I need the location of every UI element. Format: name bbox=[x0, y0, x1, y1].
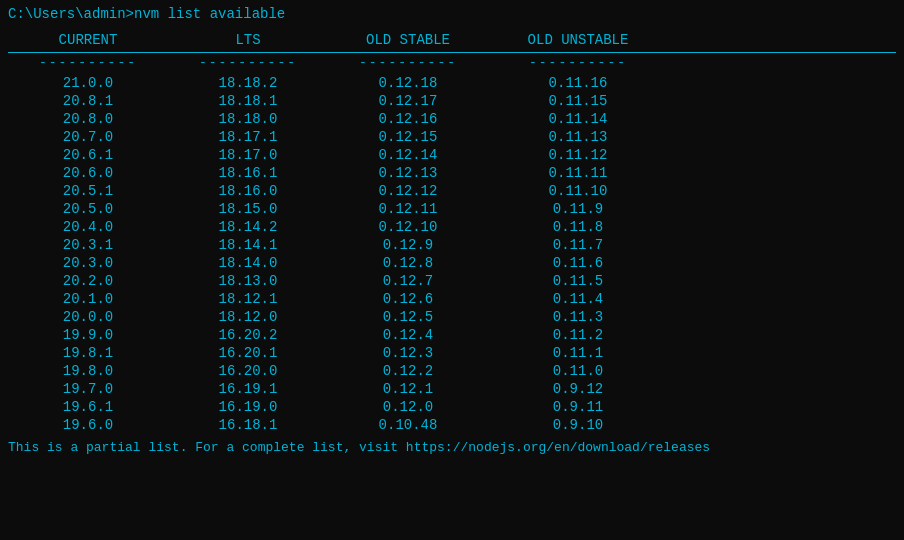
table-header-row: CURRENT LTS OLD STABLE OLD UNSTABLE bbox=[8, 30, 896, 53]
table-row: 19.6.016.18.10.10.480.9.10 bbox=[8, 416, 896, 434]
table-cell: 0.11.10 bbox=[488, 182, 668, 200]
table-cell: 0.12.9 bbox=[328, 236, 488, 254]
table-row: 20.8.018.18.00.12.160.11.14 bbox=[8, 110, 896, 128]
table-row: 19.8.016.20.00.12.20.11.0 bbox=[8, 362, 896, 380]
table-row: 20.4.018.14.20.12.100.11.8 bbox=[8, 218, 896, 236]
table-cell: 0.11.7 bbox=[488, 236, 668, 254]
table-row: 20.8.118.18.10.12.170.11.15 bbox=[8, 92, 896, 110]
table-cell: 16.19.0 bbox=[168, 398, 328, 416]
table-cell: 18.14.1 bbox=[168, 236, 328, 254]
table-cell: 16.19.1 bbox=[168, 380, 328, 398]
table-row: 19.9.016.20.20.12.40.11.2 bbox=[8, 326, 896, 344]
table-cell: 19.7.0 bbox=[8, 380, 168, 398]
table-cell: 0.11.5 bbox=[488, 272, 668, 290]
table-cell: 18.12.1 bbox=[168, 290, 328, 308]
table-cell: 16.20.1 bbox=[168, 344, 328, 362]
table-cell: 0.12.0 bbox=[328, 398, 488, 416]
table-cell: 20.2.0 bbox=[8, 272, 168, 290]
table-cell: 0.9.11 bbox=[488, 398, 668, 416]
table-row: 20.6.018.16.10.12.130.11.11 bbox=[8, 164, 896, 182]
table-cell: 18.18.0 bbox=[168, 110, 328, 128]
table-cell: 0.11.9 bbox=[488, 200, 668, 218]
table-cell: 0.12.14 bbox=[328, 146, 488, 164]
divider-row: ---------- ---------- ---------- -------… bbox=[8, 55, 896, 70]
table-cell: 0.12.8 bbox=[328, 254, 488, 272]
table-cell: 0.11.0 bbox=[488, 362, 668, 380]
table-cell: 0.11.8 bbox=[488, 218, 668, 236]
table-cell: 0.12.3 bbox=[328, 344, 488, 362]
table-row: 20.6.118.17.00.12.140.11.12 bbox=[8, 146, 896, 164]
table-row: 19.6.116.19.00.12.00.9.11 bbox=[8, 398, 896, 416]
table-row: 20.3.118.14.10.12.90.11.7 bbox=[8, 236, 896, 254]
table-cell: 0.11.11 bbox=[488, 164, 668, 182]
table-cell: 0.12.10 bbox=[328, 218, 488, 236]
table-cell: 0.12.17 bbox=[328, 92, 488, 110]
table-cell: 20.7.0 bbox=[8, 128, 168, 146]
table-cell: 18.13.0 bbox=[168, 272, 328, 290]
table-cell: 0.12.11 bbox=[328, 200, 488, 218]
table-cell: 20.3.1 bbox=[8, 236, 168, 254]
table-cell: 20.0.0 bbox=[8, 308, 168, 326]
table-cell: 0.9.12 bbox=[488, 380, 668, 398]
table-cell: 18.12.0 bbox=[168, 308, 328, 326]
table-cell: 18.18.1 bbox=[168, 92, 328, 110]
table-cell: 20.3.0 bbox=[8, 254, 168, 272]
table-cell: 20.8.1 bbox=[8, 92, 168, 110]
table-row: 20.1.018.12.10.12.60.11.4 bbox=[8, 290, 896, 308]
table-cell: 0.12.6 bbox=[328, 290, 488, 308]
table-cell: 0.11.14 bbox=[488, 110, 668, 128]
table-cell: 0.12.4 bbox=[328, 326, 488, 344]
table-cell: 0.12.16 bbox=[328, 110, 488, 128]
header-old-stable: OLD STABLE bbox=[328, 30, 488, 50]
divider-current: ---------- bbox=[8, 55, 168, 70]
table-cell: 19.8.0 bbox=[8, 362, 168, 380]
table-cell: 0.11.4 bbox=[488, 290, 668, 308]
table-cell: 21.0.0 bbox=[8, 74, 168, 92]
table-cell: 0.11.1 bbox=[488, 344, 668, 362]
table-cell: 18.16.0 bbox=[168, 182, 328, 200]
table-row: 20.2.018.13.00.12.70.11.5 bbox=[8, 272, 896, 290]
table-cell: 18.15.0 bbox=[168, 200, 328, 218]
divider-old-unstable: ---------- bbox=[488, 55, 668, 70]
table-cell: 0.12.12 bbox=[328, 182, 488, 200]
table-cell: 19.9.0 bbox=[8, 326, 168, 344]
table-row: 20.5.118.16.00.12.120.11.10 bbox=[8, 182, 896, 200]
table-cell: 20.5.0 bbox=[8, 200, 168, 218]
table-cell: 0.12.7 bbox=[328, 272, 488, 290]
table-row: 19.8.116.20.10.12.30.11.1 bbox=[8, 344, 896, 362]
header-current: CURRENT bbox=[8, 30, 168, 50]
command-line: C:\Users\admin>nvm list available bbox=[8, 6, 896, 22]
divider-lts: ---------- bbox=[168, 55, 328, 70]
table-cell: 0.9.10 bbox=[488, 416, 668, 434]
table-cell: 0.12.18 bbox=[328, 74, 488, 92]
table-cell: 0.12.2 bbox=[328, 362, 488, 380]
divider-old-stable: ---------- bbox=[328, 55, 488, 70]
table-cell: 18.17.0 bbox=[168, 146, 328, 164]
table-cell: 0.11.3 bbox=[488, 308, 668, 326]
table-cell: 18.14.0 bbox=[168, 254, 328, 272]
table-cell: 0.11.12 bbox=[488, 146, 668, 164]
table-cell: 20.5.1 bbox=[8, 182, 168, 200]
table-cell: 20.1.0 bbox=[8, 290, 168, 308]
table-cell: 0.11.6 bbox=[488, 254, 668, 272]
table-cell: 0.11.2 bbox=[488, 326, 668, 344]
table-cell: 0.11.13 bbox=[488, 128, 668, 146]
table-cell: 20.6.0 bbox=[8, 164, 168, 182]
table-cell: 19.6.1 bbox=[8, 398, 168, 416]
table-row: 20.7.018.17.10.12.150.11.13 bbox=[8, 128, 896, 146]
table-cell: 20.8.0 bbox=[8, 110, 168, 128]
table-cell: 18.17.1 bbox=[168, 128, 328, 146]
table-cell: 0.10.48 bbox=[328, 416, 488, 434]
table-cell: 18.14.2 bbox=[168, 218, 328, 236]
header-lts: LTS bbox=[168, 30, 328, 50]
header-old-unstable: OLD UNSTABLE bbox=[488, 30, 668, 50]
table-cell: 0.11.16 bbox=[488, 74, 668, 92]
table-cell: 0.12.1 bbox=[328, 380, 488, 398]
table-cell: 0.12.5 bbox=[328, 308, 488, 326]
footer-text: This is a partial list. For a complete l… bbox=[8, 440, 896, 455]
table-cell: 16.20.0 bbox=[168, 362, 328, 380]
table-row: 20.0.018.12.00.12.50.11.3 bbox=[8, 308, 896, 326]
table-cell: 18.18.2 bbox=[168, 74, 328, 92]
table-cell: 0.11.15 bbox=[488, 92, 668, 110]
table-cell: 18.16.1 bbox=[168, 164, 328, 182]
